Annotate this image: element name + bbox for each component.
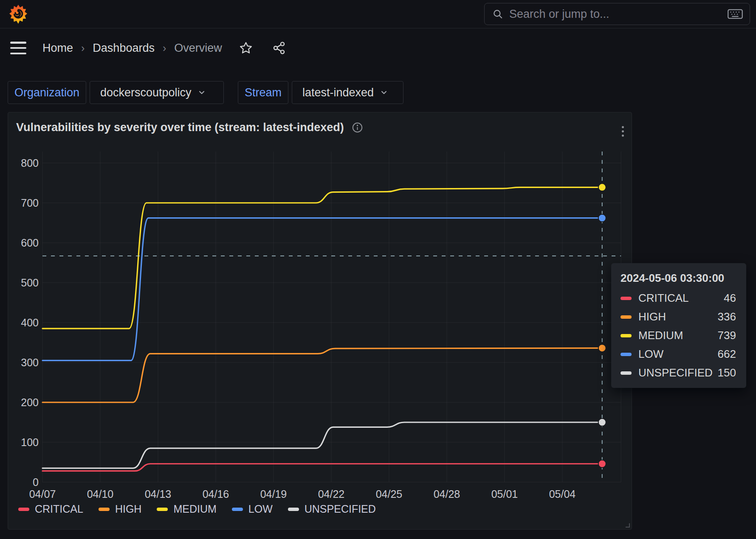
chevron-down-icon	[380, 88, 388, 97]
x-axis-tick-label: 04/10	[87, 488, 114, 500]
tooltip-series-value: 739	[718, 329, 736, 342]
series-line-critical	[42, 464, 602, 471]
legend-label: CRITICAL	[35, 503, 83, 515]
series-endpoint-dot-medium	[598, 183, 606, 191]
x-axis-tick-label: 04/28	[434, 488, 460, 500]
breadcrumb-separator: ›	[163, 42, 166, 54]
x-axis-tick-label: 04/16	[203, 488, 229, 500]
organization-variable-dropdown[interactable]: dockerscoutpolicy	[90, 81, 224, 104]
y-axis-tick-label: 600	[21, 237, 39, 249]
legend-label: MEDIUM	[173, 503, 216, 515]
dashboard-variables-row: Organization dockerscoutpolicy Stream la…	[8, 81, 403, 104]
tooltip-series-value: 150	[718, 366, 736, 379]
tooltip-series-value: 336	[718, 310, 736, 323]
organization-variable-label: Organization	[8, 81, 86, 104]
tooltip-series-swatch-icon	[621, 353, 632, 356]
chevron-down-icon	[197, 88, 206, 97]
tooltip-series-name: LOW	[638, 348, 718, 361]
chart-legend: CRITICALHIGHMEDIUMLOWUNSPECIFIED	[18, 503, 376, 515]
series-line-medium	[42, 187, 602, 328]
x-axis-tick-label: 05/04	[549, 488, 576, 500]
series-endpoint-dot-critical	[598, 460, 606, 468]
legend-swatch-icon	[232, 508, 243, 511]
stream-variable-value: latest-indexed	[302, 86, 374, 99]
x-axis-tick-label: 05/01	[491, 488, 518, 500]
tooltip-row-medium: MEDIUM739	[621, 329, 736, 342]
x-axis-tick-label: 04/07	[29, 488, 56, 500]
y-axis-tick-label: 100	[21, 436, 39, 448]
tooltip-series-swatch-icon	[621, 371, 632, 375]
series-endpoint-dot-low	[598, 214, 606, 222]
tooltip-series-swatch-icon	[621, 334, 632, 337]
breadcrumb-row: Home › Dashboards › Overview	[0, 29, 756, 67]
grafana-app: Home › Dashboards › Overview Organizatio…	[0, 0, 756, 539]
tooltip-row-unspecified: UNSPECIFIED150	[621, 366, 736, 379]
breadcrumb-separator: ›	[81, 42, 85, 54]
menu-hamburger-icon[interactable]	[10, 42, 26, 54]
breadcrumb-dashboards[interactable]: Dashboards	[93, 42, 155, 55]
grafana-logo-icon[interactable]	[9, 4, 27, 25]
timeseries-panel: 010020030040050060070080004/0704/1004/13…	[8, 112, 632, 530]
legend-item-medium[interactable]: MEDIUM	[157, 503, 216, 515]
tooltip-series-swatch-icon	[621, 315, 632, 319]
series-line-high	[42, 348, 602, 402]
tooltip-series-swatch-icon	[621, 297, 632, 300]
series-line-unspecified	[42, 422, 602, 468]
legend-label: LOW	[248, 503, 273, 515]
y-axis-tick-label: 500	[21, 277, 39, 289]
y-axis-tick-label: 800	[21, 157, 39, 169]
tooltip-series-name: UNSPECIFIED	[638, 366, 718, 379]
star-icon[interactable]	[239, 41, 253, 55]
tooltip-row-low: LOW662	[621, 348, 736, 361]
chart-tooltip: 2024-05-06 03:30:00 CRITICAL46HIGH336MED…	[611, 263, 746, 388]
y-axis-tick-label: 400	[21, 317, 39, 328]
legend-swatch-icon	[99, 508, 110, 511]
top-navbar	[0, 0, 756, 28]
y-axis-tick-label: 200	[21, 396, 39, 408]
breadcrumb: Home › Dashboards › Overview	[42, 42, 222, 55]
legend-swatch-icon	[157, 508, 168, 511]
x-axis-tick-label: 04/13	[145, 488, 172, 500]
panel-menu-kebab-icon[interactable]	[616, 122, 629, 140]
keyboard-icon	[728, 8, 743, 20]
search-bar[interactable]	[484, 3, 750, 25]
legend-label: HIGH	[115, 503, 142, 515]
search-icon	[492, 8, 503, 20]
stream-variable-label: Stream	[238, 81, 288, 104]
breadcrumb-home[interactable]: Home	[42, 42, 73, 55]
breadcrumb-overview: Overview	[174, 42, 222, 55]
tooltip-row-high: HIGH336	[621, 310, 736, 323]
legend-item-critical[interactable]: CRITICAL	[18, 503, 83, 515]
tooltip-series-value: 46	[724, 292, 736, 305]
legend-item-low[interactable]: LOW	[232, 503, 273, 515]
tooltip-row-critical: CRITICAL46	[621, 292, 736, 305]
legend-swatch-icon	[18, 508, 29, 511]
stream-variable-dropdown[interactable]: latest-indexed	[292, 81, 403, 104]
x-axis-tick-label: 04/25	[376, 488, 403, 500]
timeseries-chart: 010020030040050060070080004/0704/1004/13…	[8, 112, 632, 530]
y-axis-tick-label: 0	[33, 476, 39, 488]
series-endpoint-dot-unspecified	[598, 418, 606, 426]
legend-item-unspecified[interactable]: UNSPECIFIED	[288, 503, 376, 515]
tooltip-series-name: CRITICAL	[638, 292, 724, 305]
x-axis-tick-label: 04/22	[318, 488, 345, 500]
search-input[interactable]	[509, 8, 728, 21]
tooltip-timestamp: 2024-05-06 03:30:00	[621, 272, 736, 285]
legend-item-high[interactable]: HIGH	[99, 503, 142, 515]
series-endpoint-dot-high	[598, 344, 606, 352]
y-axis-tick-label: 300	[21, 357, 39, 368]
legend-swatch-icon	[288, 508, 299, 511]
legend-label: UNSPECIFIED	[305, 503, 376, 515]
tooltip-series-name: MEDIUM	[638, 329, 718, 342]
share-icon[interactable]	[272, 41, 286, 55]
series-line-low	[42, 218, 602, 361]
info-icon[interactable]	[352, 122, 363, 133]
y-axis-tick-label: 700	[21, 197, 39, 209]
organization-variable-value: dockerscoutpolicy	[100, 86, 192, 99]
x-axis-tick-label: 04/19	[260, 488, 287, 500]
tooltip-series-name: HIGH	[638, 310, 718, 323]
tooltip-series-value: 662	[718, 348, 736, 361]
panel-title[interactable]: Vulnerabilities by severity over time (s…	[16, 121, 344, 134]
panel-resize-handle[interactable]	[623, 521, 630, 528]
